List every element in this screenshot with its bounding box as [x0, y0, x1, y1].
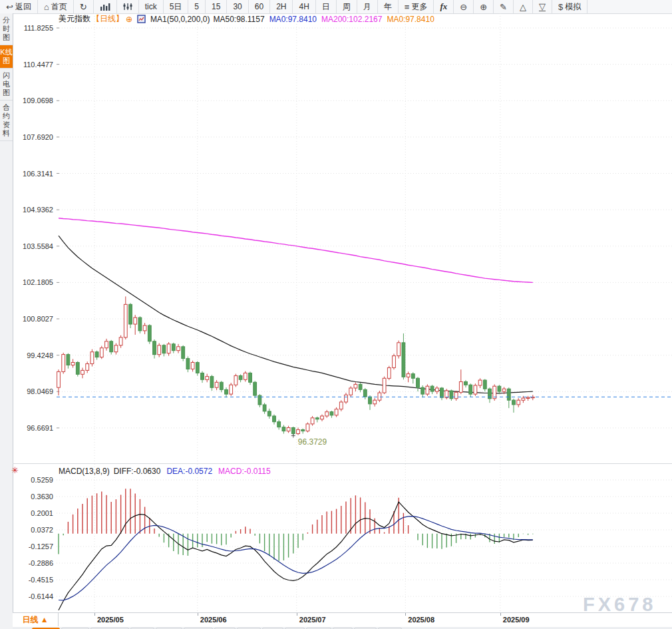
indicator-sliders-button[interactable] [117, 0, 139, 13]
refresh-icon: ↻ [80, 3, 87, 11]
macd-axis-tick: 0.5259 [12, 476, 53, 484]
formula-icon: fx [440, 1, 447, 12]
home-icon: ⌂ [44, 3, 49, 11]
simulate-icon: $ [558, 3, 563, 11]
price-chart-canvas[interactable]: 96.3729 [57, 13, 672, 463]
macd-axis-tick: 0.2001 [12, 509, 53, 517]
zoom-out-button[interactable]: ⊖ [454, 0, 474, 13]
top-toolbar: ↩返回⌂首页↻tick5日51530602H4H日周月年≡更多fx⊖⊕✎△▽$模… [0, 0, 672, 14]
interval-4h-button-label: 4H [299, 2, 309, 11]
date-label: 2025/08 [408, 616, 434, 624]
macd-axis-tick: 0.3630 [12, 493, 53, 501]
interval-5m-button[interactable]: 5 [188, 0, 206, 13]
home-button-label: 首页 [51, 1, 67, 13]
price-axis-tick: 104.9362 [12, 206, 53, 214]
ma50-value: MA50:98.1157 [213, 15, 264, 24]
back-button[interactable]: ↩返回 [0, 0, 38, 13]
month-tick [94, 613, 95, 616]
interval-5d-button-label: 5日 [170, 1, 182, 13]
macd-chart-canvas[interactable] [57, 464, 672, 612]
macd-header: MACD(13,8,9) DIFF:-0.0630 DEA:-0.0572 MA… [59, 466, 271, 476]
interval-60m-button[interactable]: 60 [249, 0, 270, 13]
interval-month-button-label: 月 [363, 1, 371, 13]
zoom-in-button[interactable]: ⊕ [474, 0, 494, 13]
interval-2h-button[interactable]: 2H [270, 0, 293, 13]
simulate-button-label: 模拟 [565, 1, 581, 13]
interval-week-button[interactable]: 周 [337, 0, 357, 13]
interval-day-button-label: 日 [322, 1, 330, 13]
interval-15m-button-label: 15 [212, 2, 220, 11]
ma0-orange-value: MA0:97.8410 [387, 15, 434, 24]
date-label: 2025/09 [503, 616, 530, 624]
ma0-blue-value: MA0:97.8410 [269, 15, 317, 24]
macd-macd-value: MACD:-0.0115 [218, 467, 270, 476]
up-triangle-icon: △ [520, 3, 526, 11]
interval-year-button[interactable]: 年 [378, 0, 399, 13]
candlestick-mini-icon [137, 15, 146, 23]
zoom-in-icon: ⊕ [480, 3, 487, 11]
interval-4h-button[interactable]: 4H [293, 0, 315, 13]
interval-5m-button-label: 5 [194, 2, 199, 11]
home-button[interactable]: ⌂首页 [38, 0, 74, 13]
month-tick [405, 613, 406, 616]
price-axis-tick: 103.5584 [12, 242, 53, 250]
more-icon: ≡ [405, 3, 410, 11]
tab-lightning-chart[interactable]: 闪电图 [0, 69, 13, 101]
up-triangle-button[interactable]: △ [514, 0, 533, 13]
interval-tick-button-label: tick [145, 2, 157, 11]
month-tick [500, 613, 501, 616]
date-label: 2025/06 [200, 616, 227, 624]
macd-dea-value: DEA:-0.0572 [166, 467, 212, 476]
tab-contract-info[interactable]: 合约资料 [0, 101, 13, 141]
interval-15m-button[interactable]: 15 [206, 0, 227, 13]
low-price-annotation: 96.3729 [298, 437, 327, 447]
trading-app-window: ↩返回⌂首页↻tick5日51530602H4H日周月年≡更多fx⊖⊕✎△▽$模… [0, 0, 672, 629]
chart-type-sidebar: 分时图K线图闪电图合约资料 [0, 13, 13, 629]
price-axis-tick: 107.6920 [12, 133, 53, 141]
price-axis-tick: 111.8255 [12, 24, 53, 32]
back-button-label: 返回 [15, 1, 31, 13]
price-axis-tick: 99.4248 [12, 351, 53, 359]
tab-kline-chart[interactable]: K线图 [0, 45, 13, 69]
macd-axis-tick: -0.6144 [12, 592, 53, 600]
sliders-icon [123, 3, 132, 11]
price-axis-tick: 100.8027 [12, 315, 53, 323]
interval-30m-button-label: 30 [233, 2, 242, 11]
macd-settings-icon[interactable]: ✳ [11, 465, 19, 475]
price-axis-tick: 102.1805 [12, 278, 53, 286]
symbol-name: 美元指数 [59, 13, 90, 25]
macd-axis-tick: -0.1257 [12, 542, 53, 550]
interval-month-button[interactable]: 月 [357, 0, 378, 13]
refresh-button[interactable]: ↻ [74, 0, 94, 13]
tab-time-chart[interactable]: 分时图 [0, 13, 13, 45]
price-axis-tick: 109.0698 [12, 97, 53, 105]
interval-day-button[interactable]: 日 [316, 0, 337, 13]
interval-week-button-label: 周 [343, 1, 351, 13]
interval-5d-button[interactable]: 5日 [164, 0, 189, 13]
macd-title: MACD(13,8,9) [59, 467, 110, 476]
interval-30m-button[interactable]: 30 [227, 0, 248, 13]
formula-button[interactable]: fx [434, 0, 454, 13]
date-label: 2025/07 [299, 616, 326, 624]
back-icon: ↩ [6, 3, 13, 11]
ma-settings-label: MA1(50,0,200,0) [150, 15, 210, 24]
price-axis-tick: 98.0469 [12, 387, 53, 395]
price-axis-tick: 96.6691 [12, 424, 53, 432]
bar-chart-button[interactable] [94, 0, 117, 13]
down-triangle-button[interactable]: ▽ [533, 0, 552, 13]
ma200-value: MA200:102.2167 [321, 15, 382, 24]
add-indicator-icon[interactable]: ⊕ [126, 15, 132, 24]
interval-tick-button[interactable]: tick [139, 0, 164, 13]
price-axis-tick: 106.3141 [12, 170, 53, 178]
macd-axis-tick: 0.0372 [12, 526, 53, 534]
more-button[interactable]: ≡更多 [399, 0, 434, 13]
fx678-watermark: FX678 [583, 594, 656, 616]
bar-chart-icon [100, 3, 110, 11]
down-triangle-icon: ▽ [539, 2, 546, 11]
period-selector[interactable]: 日线 ▲ [13, 613, 59, 626]
draw-button[interactable]: ✎ [494, 0, 514, 13]
month-tick [297, 613, 297, 616]
simulate-button[interactable]: $模拟 [552, 0, 588, 13]
zoom-out-icon: ⊖ [460, 3, 467, 11]
draw-icon: ✎ [500, 3, 507, 11]
